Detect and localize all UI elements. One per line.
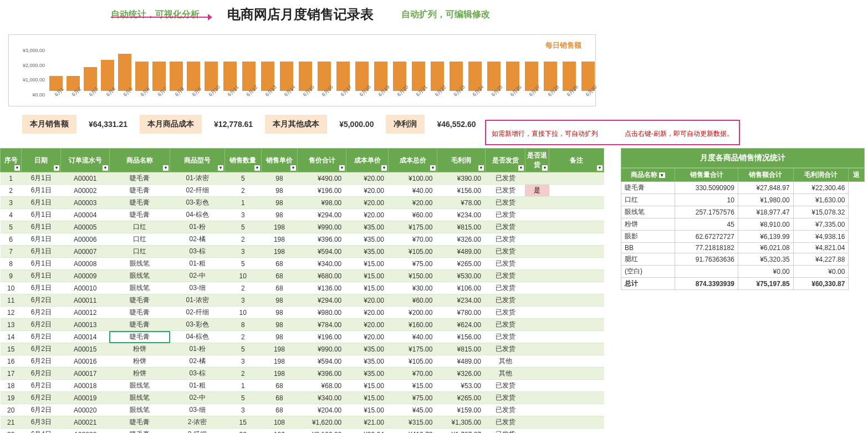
- table-cell[interactable]: [525, 392, 549, 404]
- table-cell[interactable]: 5: [224, 258, 261, 270]
- table-cell[interactable]: 眼线笔: [109, 404, 170, 416]
- table-cell[interactable]: 2: [224, 282, 261, 294]
- table-cell[interactable]: 口红: [109, 233, 170, 246]
- table-cell[interactable]: ¥160.00: [389, 319, 437, 331]
- chart-bar[interactable]: 6月19: [372, 62, 390, 100]
- table-cell[interactable]: [549, 380, 604, 392]
- table-cell[interactable]: 已发货: [486, 246, 525, 258]
- table-cell[interactable]: 已发货: [486, 416, 525, 429]
- table-cell[interactable]: ¥326.00: [437, 233, 486, 246]
- table-row[interactable]: 66月1日A00006口红02-橘2198¥396.00¥35.00¥70.00…: [1, 233, 604, 246]
- table-cell[interactable]: 眼线笔: [109, 258, 170, 270]
- table-cell[interactable]: A00003: [61, 197, 110, 209]
- table-row[interactable]: 196月2日A00019眼线笔02-中568¥340.00¥15.00¥75.0…: [1, 392, 604, 404]
- table-cell[interactable]: 6月3日: [22, 416, 61, 429]
- table-cell[interactable]: 睫毛膏: [109, 307, 170, 319]
- table-cell[interactable]: [525, 368, 549, 380]
- table-cell[interactable]: 03-细: [170, 282, 225, 294]
- chart-bar[interactable]: 6月11: [221, 62, 239, 100]
- table-cell[interactable]: ¥105.00: [389, 246, 437, 258]
- table-cell[interactable]: 6月1日: [22, 185, 61, 197]
- table-cell[interactable]: 已发货: [486, 392, 525, 404]
- table-cell[interactable]: 03-棕: [170, 368, 225, 380]
- filter-dropdown-icon[interactable]: ▾: [597, 165, 603, 171]
- table-cell[interactable]: 22: [1, 429, 22, 434]
- table-cell[interactable]: 睫毛膏: [109, 319, 170, 331]
- table-cell[interactable]: 68: [261, 282, 298, 294]
- table-cell[interactable]: [525, 294, 549, 307]
- table-cell[interactable]: 眼线笔: [109, 282, 170, 294]
- table-cell[interactable]: ¥530.00: [437, 270, 486, 282]
- table-cell[interactable]: ¥396.00: [298, 233, 346, 246]
- filter-dropdown-icon[interactable]: ▾: [381, 165, 387, 171]
- table-cell[interactable]: 2-浓密: [170, 416, 225, 429]
- pivot-row[interactable]: 腮红91.76363636¥5,320.35¥4,227.88: [621, 253, 865, 266]
- table-header[interactable]: 销售单价▾: [261, 149, 298, 172]
- chart-bar[interactable]: 6月27: [523, 62, 540, 100]
- pivot-cell[interactable]: 睫毛膏: [621, 182, 675, 194]
- table-cell[interactable]: 17: [1, 368, 22, 380]
- table-cell[interactable]: ¥20.00: [346, 294, 389, 307]
- pivot-cell[interactable]: ¥22,300.46: [793, 182, 849, 194]
- pivot-cell[interactable]: 91.76363636: [675, 253, 738, 266]
- table-cell[interactable]: [525, 319, 549, 331]
- chart-bar[interactable]: 6月3: [82, 67, 98, 100]
- table-cell[interactable]: ¥40.00: [389, 331, 437, 343]
- table-cell[interactable]: 13: [1, 319, 22, 331]
- table-cell[interactable]: 5: [224, 343, 261, 355]
- table-cell[interactable]: [525, 404, 549, 416]
- table-cell[interactable]: 6月2日: [22, 331, 61, 343]
- pivot-cell[interactable]: 62.67272727: [675, 231, 738, 243]
- table-cell[interactable]: 2: [1, 185, 22, 197]
- table-cell[interactable]: 108: [261, 416, 298, 429]
- table-cell[interactable]: A00022: [61, 429, 110, 434]
- table-cell[interactable]: 3-纤细: [170, 429, 225, 434]
- table-cell[interactable]: [549, 294, 604, 307]
- table-cell[interactable]: 16: [1, 355, 22, 368]
- table-header[interactable]: 销售数量▾: [224, 149, 261, 172]
- table-cell[interactable]: 6月1日: [22, 270, 61, 282]
- table-cell[interactable]: 5: [1, 221, 22, 233]
- table-cell[interactable]: ¥60.00: [389, 294, 437, 307]
- pivot-row[interactable]: 睫毛膏330.5090909¥27,848.97¥22,300.46: [621, 182, 865, 194]
- table-cell[interactable]: 7: [1, 246, 22, 258]
- table-cell[interactable]: 19: [1, 392, 22, 404]
- table-cell[interactable]: ¥265.00: [437, 392, 486, 404]
- table-cell[interactable]: 198: [261, 355, 298, 368]
- table-cell[interactable]: [549, 246, 604, 258]
- table-cell[interactable]: 6月4日: [22, 429, 61, 434]
- table-cell[interactable]: ¥20.00: [346, 307, 389, 319]
- chart-bar[interactable]: 6月13: [259, 62, 277, 100]
- filter-dropdown-icon[interactable]: ▾: [254, 165, 260, 171]
- table-cell[interactable]: 98: [261, 319, 298, 331]
- table-cell[interactable]: A00021: [61, 416, 110, 429]
- pivot-cell[interactable]: 257.1757576: [675, 206, 738, 218]
- table-cell[interactable]: 18: [1, 380, 22, 392]
- table-cell[interactable]: 02-中: [170, 270, 225, 282]
- table-cell[interactable]: 01-粗: [170, 380, 225, 392]
- table-cell[interactable]: 3: [224, 404, 261, 416]
- pivot-cell[interactable]: ¥8,910.00: [738, 218, 793, 231]
- table-cell[interactable]: 68: [261, 380, 298, 392]
- table-cell[interactable]: 6月2日: [22, 343, 61, 355]
- table-cell[interactable]: 15: [1, 343, 22, 355]
- chart-bar[interactable]: 6月9: [185, 62, 201, 100]
- table-cell[interactable]: 已发货: [486, 429, 525, 434]
- pivot-row[interactable]: (空白)¥0.00¥0.00: [621, 266, 865, 278]
- table-cell[interactable]: 6月1日: [22, 246, 61, 258]
- table-cell[interactable]: 5: [224, 172, 261, 185]
- table-cell[interactable]: ¥200.00: [389, 307, 437, 319]
- table-cell[interactable]: 98: [261, 331, 298, 343]
- table-cell[interactable]: ¥390.00: [437, 172, 486, 185]
- table-cell[interactable]: ¥98.00: [298, 197, 346, 209]
- table-cell[interactable]: A00011: [61, 294, 110, 307]
- table-cell[interactable]: ¥680.00: [298, 270, 346, 282]
- table-cell[interactable]: ¥265.00: [437, 258, 486, 270]
- pivot-cell[interactable]: ¥4,938.16: [793, 231, 849, 243]
- table-cell[interactable]: [549, 282, 604, 294]
- table-cell[interactable]: 20: [224, 429, 261, 434]
- table-cell[interactable]: [525, 221, 549, 233]
- table-cell[interactable]: ¥990.00: [298, 343, 346, 355]
- pivot-cell[interactable]: 眼影: [621, 231, 675, 243]
- table-cell[interactable]: 6月1日: [22, 209, 61, 221]
